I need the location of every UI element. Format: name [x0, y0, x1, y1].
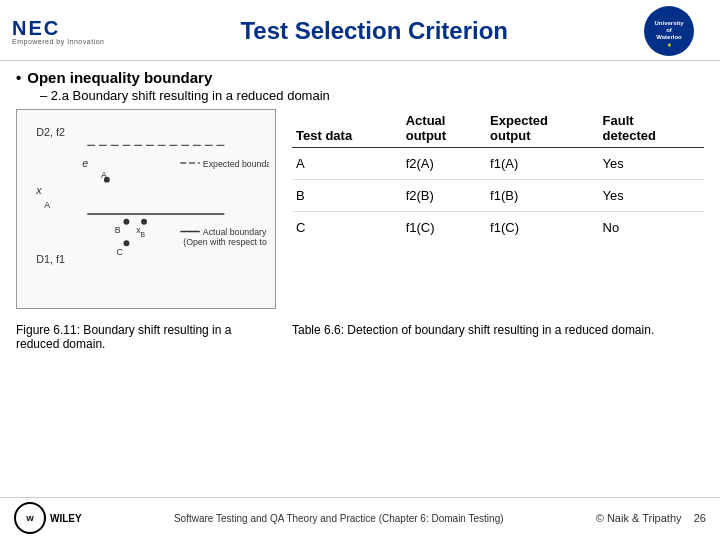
- nec-brand-text: NEC: [12, 18, 60, 38]
- cell-fault-c: No: [599, 212, 704, 244]
- svg-text:Expected boundary: Expected boundary: [203, 159, 269, 169]
- svg-point-20: [141, 219, 147, 225]
- figure-area: D2, f2 Expected boundary e Actual bounda…: [16, 109, 276, 309]
- cell-fault-a: Yes: [599, 148, 704, 180]
- data-table: Test data Actualoutput Expectedoutput Fa…: [292, 109, 704, 243]
- cell-actual-a: f2(A): [402, 148, 486, 180]
- col-actual: Actualoutput: [402, 109, 486, 148]
- svg-text:A: A: [101, 170, 107, 180]
- footer-copyright: © Naik & Tripathy: [596, 512, 682, 524]
- figure-diagram: D2, f2 Expected boundary e Actual bounda…: [23, 116, 269, 302]
- svg-text:e: e: [82, 157, 88, 169]
- table-body: A f2(A) f1(A) Yes B f2(B) f1(B) Yes C f1…: [292, 148, 704, 244]
- table-header: Test data Actualoutput Expectedoutput Fa…: [292, 109, 704, 148]
- cell-testdata-a: A: [292, 148, 402, 180]
- waterloo-circle: University of Waterloo ⚜: [644, 6, 694, 56]
- cell-testdata-c: C: [292, 212, 402, 244]
- nec-logo: NEC Empowered by Innovation: [12, 18, 104, 45]
- footer: W WILEY Software Testing and QA Theory a…: [0, 497, 720, 534]
- waterloo-logo: University of Waterloo ⚜: [644, 6, 704, 56]
- wiley-logo: W WILEY: [14, 502, 82, 534]
- header: NEC Empowered by Innovation Test Selecti…: [0, 0, 720, 61]
- cell-fault-b: Yes: [599, 180, 704, 212]
- col-testdata: Test data: [292, 109, 402, 148]
- svg-text:of: of: [666, 27, 673, 33]
- table-row: B f2(B) f1(B) Yes: [292, 180, 704, 212]
- footer-right-text: © Naik & Tripathy 26: [596, 512, 706, 524]
- cell-expected-a: f1(A): [486, 148, 598, 180]
- wiley-icon: W: [26, 514, 34, 523]
- bullet-section: • Open inequality boundary – 2.a Boundar…: [16, 69, 704, 103]
- wiley-label: WILEY: [50, 513, 82, 524]
- cell-testdata-b: B: [292, 180, 402, 212]
- nec-sub-text: Empowered by Innovation: [12, 38, 104, 45]
- svg-text:Waterloo: Waterloo: [656, 34, 682, 40]
- table-caption: Table 6.6: Detection of boundary shift r…: [292, 323, 704, 351]
- bottom-section: Figure 6.11: Boundary shift resulting in…: [16, 319, 704, 351]
- svg-text:x: x: [35, 184, 42, 196]
- col-expected: Expectedoutput: [486, 109, 598, 148]
- cell-actual-c: f1(C): [402, 212, 486, 244]
- bullet-main: • Open inequality boundary: [16, 69, 704, 86]
- svg-text:B: B: [115, 225, 121, 235]
- col-fault: Faultdetected: [599, 109, 704, 148]
- svg-text:(Open with respect to D1): (Open with respect to D1): [183, 237, 269, 247]
- svg-text:University: University: [654, 20, 684, 26]
- svg-text:A: A: [44, 200, 50, 210]
- bullet-sub-text: – 2.a Boundary shift resulting in a redu…: [40, 88, 704, 103]
- page-title: Test Selection Criterion: [104, 17, 644, 45]
- svg-text:C: C: [117, 247, 124, 257]
- bullet-dot: •: [16, 69, 21, 86]
- table-row: A f2(A) f1(A) Yes: [292, 148, 704, 180]
- bullet-main-text: Open inequality boundary: [27, 69, 212, 86]
- table-row: C f1(C) f1(C) No: [292, 212, 704, 244]
- figure-box: D2, f2 Expected boundary e Actual bounda…: [16, 109, 276, 309]
- cell-expected-b: f1(B): [486, 180, 598, 212]
- cell-actual-b: f2(B): [402, 180, 486, 212]
- table-area: Test data Actualoutput Expectedoutput Fa…: [292, 109, 704, 309]
- svg-text:xB: xB: [136, 225, 145, 237]
- content-area: D2, f2 Expected boundary e Actual bounda…: [16, 109, 704, 309]
- svg-point-21: [123, 240, 129, 246]
- svg-point-17: [123, 219, 129, 225]
- footer-page: 26: [694, 512, 706, 524]
- svg-text:D1, f1: D1, f1: [36, 253, 65, 265]
- footer-center-text: Software Testing and QA Theory and Pract…: [82, 513, 596, 524]
- figure-caption: Figure 6.11: Boundary shift resulting in…: [16, 323, 276, 351]
- svg-text:D2, f2: D2, f2: [36, 126, 65, 138]
- cell-expected-c: f1(C): [486, 212, 598, 244]
- svg-text:Actual boundary: Actual boundary: [203, 227, 267, 237]
- main-content: • Open inequality boundary – 2.a Boundar…: [0, 61, 720, 355]
- wiley-circle: W: [14, 502, 46, 534]
